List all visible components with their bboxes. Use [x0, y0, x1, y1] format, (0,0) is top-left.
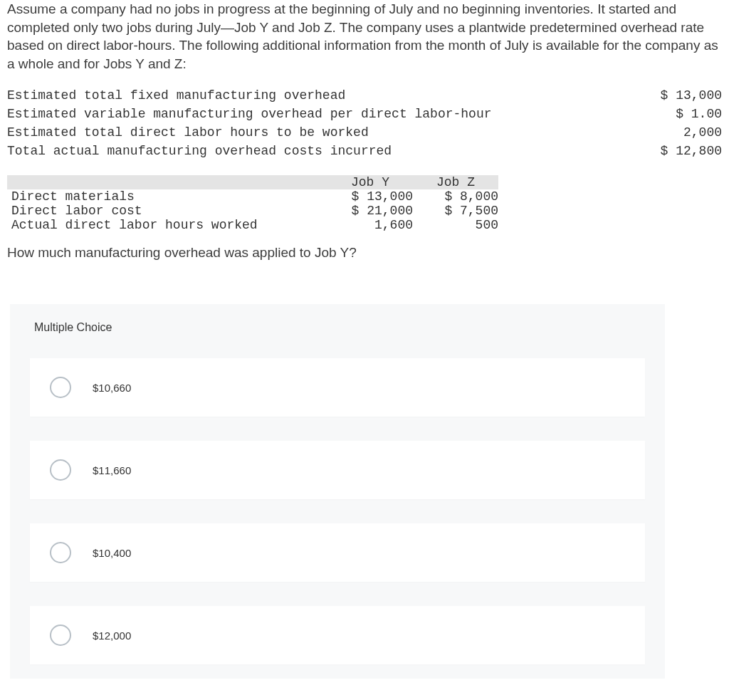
jobs-row-y: $ 21,000 [327, 204, 413, 218]
option-row[interactable]: $12,000 [30, 606, 645, 664]
jobs-data-block: Job Y Job Z Direct materials $ 13,000 $ … [7, 175, 722, 232]
jobs-row-label: Direct materials [7, 189, 327, 204]
jobs-row-y: $ 13,000 [327, 189, 413, 204]
jobs-row-label: Actual direct labor hours worked [7, 218, 327, 232]
option-label: $11,660 [93, 464, 131, 476]
overhead-value: 2,000 [641, 123, 722, 142]
radio-icon[interactable] [50, 377, 71, 398]
jobs-header-z: Job Z [413, 175, 498, 189]
jobs-row-z: $ 8,000 [413, 189, 498, 204]
overhead-label: Total actual manufacturing overhead cost… [7, 142, 641, 160]
overhead-value: $ 13,000 [641, 86, 722, 105]
jobs-header-blank [7, 175, 327, 189]
option-row[interactable]: $10,400 [30, 523, 645, 582]
table-row: Estimated variable manufacturing overhea… [7, 105, 722, 123]
overhead-label: Estimated variable manufacturing overhea… [7, 105, 641, 123]
option-label: $10,400 [93, 547, 131, 559]
table-row: Direct materials $ 13,000 $ 8,000 [7, 189, 498, 204]
table-row: Actual direct labor hours worked 1,600 5… [7, 218, 498, 232]
option-row[interactable]: $11,660 [30, 441, 645, 499]
overhead-data-block: Estimated total fixed manufacturing over… [7, 86, 722, 161]
problem-intro: Assume a company had no jobs in progress… [7, 0, 722, 73]
radio-icon[interactable] [50, 542, 71, 563]
radio-icon[interactable] [50, 459, 71, 481]
multiple-choice-block: Multiple Choice $10,660 $11,660 $10,400 … [10, 304, 665, 679]
radio-icon[interactable] [50, 625, 71, 646]
table-row: Total actual manufacturing overhead cost… [7, 142, 722, 160]
table-row: Estimated total direct labor hours to be… [7, 123, 722, 142]
option-row[interactable]: $10,660 [30, 358, 645, 417]
jobs-row-y: 1,600 [327, 218, 413, 232]
overhead-value: $ 12,800 [641, 142, 722, 160]
jobs-header-y: Job Y [327, 175, 413, 189]
overhead-value: $ 1.00 [641, 105, 722, 123]
jobs-row-z: $ 7,500 [413, 204, 498, 218]
question-text: How much manufacturing overhead was appl… [7, 244, 722, 262]
multiple-choice-title: Multiple Choice [10, 321, 665, 358]
overhead-label: Estimated total fixed manufacturing over… [7, 86, 641, 105]
option-label: $10,660 [93, 382, 131, 394]
jobs-row-z: 500 [413, 218, 498, 232]
option-label: $12,000 [93, 630, 131, 642]
table-row: Direct labor cost $ 21,000 $ 7,500 [7, 204, 498, 218]
table-row: Estimated total fixed manufacturing over… [7, 86, 722, 105]
overhead-label: Estimated total direct labor hours to be… [7, 123, 641, 142]
jobs-row-label: Direct labor cost [7, 204, 327, 218]
